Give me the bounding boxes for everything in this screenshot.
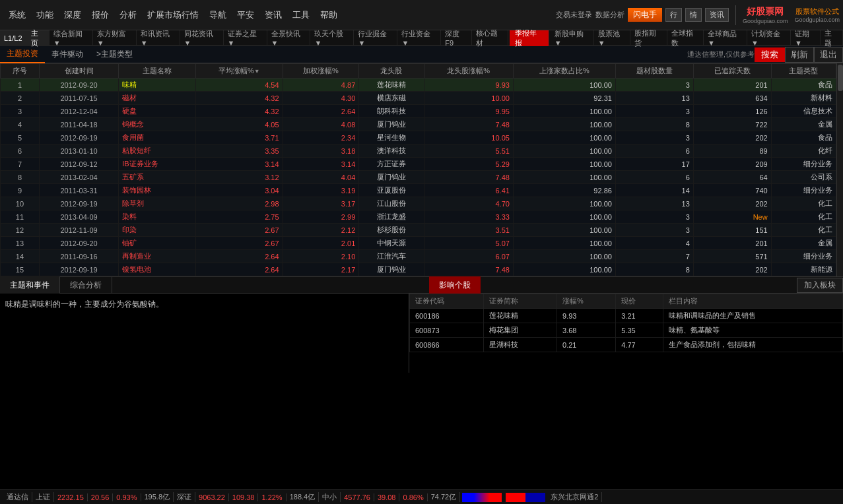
menu-function[interactable]: 功能: [31, 0, 59, 30]
bottom-tab-analysis[interactable]: 综合分析: [60, 276, 112, 294]
table-row[interactable]: 9 2011-03-31 装饰园林 3.04 3.19 亚厦股份 6.41 92…: [1, 184, 836, 197]
impact-row[interactable]: 600186 莲花味精 9.93 3.21 味精和调味品的生产及销售: [410, 309, 843, 323]
action-btn-3[interactable]: 资讯: [705, 8, 729, 22]
cell-name[interactable]: 除草剂: [119, 197, 196, 210]
table-row[interactable]: 2 2011-07-15 磁材 4.32 4.30 横店东磁 10.00 92.…: [1, 92, 836, 105]
nav-stockpool[interactable]: 股票池▼: [594, 30, 630, 46]
menu-news[interactable]: 资讯: [259, 0, 287, 30]
impact-row[interactable]: 600866 星湖科技 0.21 4.77 生产食品添加剂，包括味精: [410, 338, 843, 352]
menu-analysis[interactable]: 分析: [114, 0, 142, 30]
nav-jiutian[interactable]: 玖天个股▼: [310, 30, 354, 46]
table-row[interactable]: 4 2011-04-18 钨概念 4.05 4.08 厦门钨业 7.48 100…: [1, 118, 836, 131]
table-row[interactable]: 3 2012-12-04 硬盘 4.32 2.64 朗科科技 9.95 100.…: [1, 105, 836, 118]
nav-global[interactable]: 全球指数: [667, 30, 704, 46]
cell-name[interactable]: 食用菌: [119, 131, 196, 144]
menu-ping[interactable]: 平安: [232, 0, 259, 30]
cell-uppct: 100.00: [513, 197, 615, 210]
nav-plan[interactable]: 计划资金▼: [747, 30, 791, 46]
cell-lead[interactable]: 亚厦股份: [359, 184, 424, 197]
scroll-thumb[interactable]: [838, 65, 843, 91]
table-row[interactable]: 5 2012-09-19 食用菌 3.71 2.34 星河生物 10.05 10…: [1, 131, 836, 144]
table-row[interactable]: 1 2012-09-20 味精 4.54 4.87 莲花味精 9.93 100.…: [1, 79, 836, 92]
table-row[interactable]: 15 2012-09-19 镍氢电池 2.64 2.17 厦门钨业 7.48 1…: [1, 263, 836, 276]
scrollbar[interactable]: [836, 63, 843, 276]
nav-core[interactable]: 核心题材: [472, 30, 508, 46]
menu-system[interactable]: 系统: [3, 0, 31, 30]
cell-name[interactable]: 装饰园林: [119, 184, 196, 197]
nav-theme[interactable]: 主题: [821, 30, 843, 46]
cell-lead[interactable]: 莲花味精: [359, 79, 424, 92]
table-row[interactable]: 7 2012-09-12 IB证券业务 3.14 3.14 方正证券 5.29 …: [1, 158, 836, 171]
cell-lead[interactable]: 厦门钨业: [359, 263, 424, 276]
cell-count: 14: [615, 184, 693, 197]
table-row[interactable]: 12 2012-11-09 印染 2.67 2.12 杉杉股份 3.51 100…: [1, 224, 836, 237]
nav-tonghua[interactable]: 同花资讯▼: [180, 30, 224, 46]
nav-depthf9[interactable]: 深度F9: [441, 30, 472, 46]
impact-row[interactable]: 600873 梅花集团 3.68 5.35 味精、氨基酸等: [410, 323, 843, 338]
action-btn-2[interactable]: 情: [685, 8, 702, 22]
menu-market[interactable]: 扩展市场行情: [142, 0, 204, 30]
menu-help[interactable]: 帮助: [315, 0, 343, 30]
table-row[interactable]: 14 2011-09-16 再制造业 2.64 2.10 江淮汽车 6.07 1…: [1, 250, 836, 263]
table-row[interactable]: 13 2012-09-20 铀矿 2.67 2.01 中钢天源 5.07 100…: [1, 237, 836, 250]
cell-name[interactable]: 铀矿: [119, 237, 196, 250]
table-row[interactable]: 10 2012-09-19 除草剂 2.98 3.17 江山股份 4.70 10…: [1, 197, 836, 210]
tab-theme-type[interactable]: >主题类型: [90, 46, 139, 63]
nav-quanjing[interactable]: 全景快讯▼: [267, 30, 311, 46]
cell-lead[interactable]: 杉杉股份: [359, 224, 424, 237]
data-analysis[interactable]: 数据分析: [595, 10, 624, 20]
table-row[interactable]: 6 2013-01-10 粘胶短纤 3.35 3.18 澳洋科技 5.51 10…: [1, 144, 836, 158]
nav-eastmoney[interactable]: 东方财富▼: [93, 30, 137, 46]
table-row[interactable]: 11 2013-04-09 染料 2.75 2.99 浙江龙盛 3.33 100…: [1, 210, 836, 224]
cell-lead[interactable]: 中钢天源: [359, 237, 424, 250]
nav-ipo[interactable]: 新股申购▼: [551, 30, 594, 46]
cell-lead[interactable]: 厦门钨业: [359, 171, 424, 184]
refresh-button[interactable]: 刷新: [785, 47, 814, 63]
bottom-tab-theme[interactable]: 主题和事件: [0, 276, 60, 294]
menu-depth[interactable]: 深度: [59, 0, 86, 30]
nav-home[interactable]: 主页: [27, 30, 50, 46]
cell-name[interactable]: 印染: [119, 224, 196, 237]
cell-name[interactable]: 磁材: [119, 92, 196, 105]
cell-lead[interactable]: 朗科科技: [359, 105, 424, 118]
cell-lead[interactable]: 江山股份: [359, 197, 424, 210]
table-row[interactable]: 8 2013-02-04 五矿系 3.12 4.04 厦门钨业 7.48 100…: [1, 171, 836, 184]
nav-period[interactable]: 证期▼: [791, 30, 821, 46]
add-block-button[interactable]: 加入板块: [797, 278, 843, 293]
login-status[interactable]: 交易未登录: [556, 10, 592, 20]
menu-tools[interactable]: 工具: [287, 0, 315, 30]
tab-theme-invest[interactable]: 主题投资: [0, 46, 45, 63]
tab-event-driven[interactable]: 事件驱动: [45, 46, 90, 63]
nav-news[interactable]: 综合新闻▼: [50, 30, 93, 46]
nav-commodity[interactable]: 全球商品▼: [704, 30, 747, 46]
nav-l1l2[interactable]: L1/L2: [0, 30, 27, 46]
cell-name[interactable]: 钨概念: [119, 118, 196, 131]
search-button[interactable]: 搜索: [755, 47, 785, 62]
exit-button[interactable]: 退出: [814, 47, 843, 63]
nav-futures[interactable]: 股指期货: [630, 30, 667, 46]
cell-name[interactable]: IB证券业务: [119, 158, 196, 171]
nav-quarterly[interactable]: 季报年报: [510, 30, 549, 46]
action-btn-1[interactable]: 行: [665, 8, 682, 22]
nav-zqzx[interactable]: 证券之星▼: [224, 30, 267, 46]
cell-name[interactable]: 味精: [119, 79, 196, 92]
cell-lead[interactable]: 澳洋科技: [359, 144, 424, 158]
cell-name[interactable]: 再制造业: [119, 250, 196, 263]
menu-quote[interactable]: 报价: [86, 0, 114, 30]
cell-name[interactable]: 镍氢电池: [119, 263, 196, 276]
cell-lead[interactable]: 横店东磁: [359, 92, 424, 105]
flash-button[interactable]: 闪电手: [628, 8, 662, 22]
menu-nav[interactable]: 导航: [204, 0, 232, 30]
cell-name[interactable]: 粘胶短纤: [119, 144, 196, 158]
nav-industrycap[interactable]: 行业资金▼: [397, 30, 441, 46]
cell-lead[interactable]: 星河生物: [359, 131, 424, 144]
cell-name[interactable]: 染料: [119, 210, 196, 224]
nav-industry[interactable]: 行业掘金▼: [354, 30, 397, 46]
cell-lead[interactable]: 方正证券: [359, 158, 424, 171]
cell-lead[interactable]: 厦门钨业: [359, 118, 424, 131]
cell-lead[interactable]: 江淮汽车: [359, 250, 424, 263]
cell-lead[interactable]: 浙江龙盛: [359, 210, 424, 224]
nav-hexun[interactable]: 和讯资讯▼: [137, 30, 180, 46]
cell-name[interactable]: 五矿系: [119, 171, 196, 184]
cell-name[interactable]: 硬盘: [119, 105, 196, 118]
